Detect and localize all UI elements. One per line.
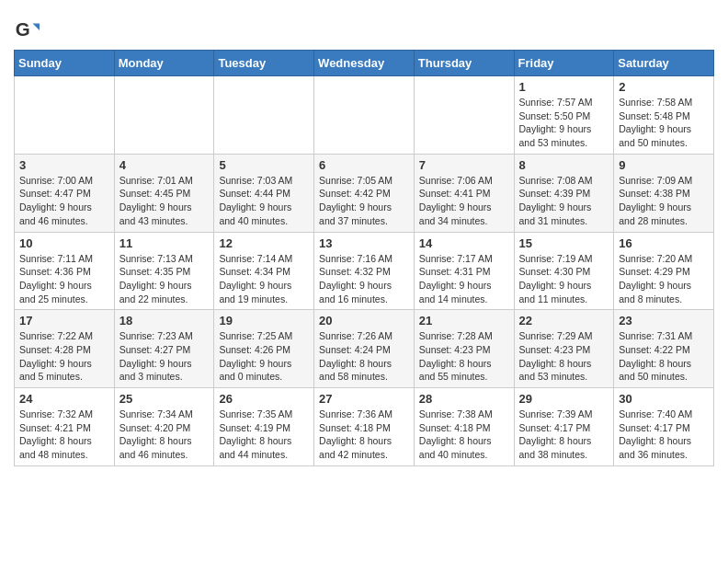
- calendar-week-0: 1Sunrise: 7:57 AMSunset: 5:50 PMDaylight…: [15, 76, 714, 155]
- calendar-cell: 19Sunrise: 7:25 AMSunset: 4:26 PMDayligh…: [214, 310, 314, 388]
- svg-text:G: G: [16, 18, 30, 40]
- day-number: 23: [619, 314, 709, 327]
- day-info: Sunrise: 7:29 AMSunset: 4:23 PMDaylight:…: [519, 329, 609, 384]
- day-info: Sunrise: 7:09 AMSunset: 4:38 PMDaylight:…: [619, 174, 709, 228]
- calendar-cell: 9Sunrise: 7:09 AMSunset: 4:38 PMDaylight…: [614, 154, 714, 232]
- day-number: 19: [219, 314, 309, 327]
- header: G: [14, 9, 714, 42]
- day-info: Sunrise: 7:17 AMSunset: 4:31 PMDaylight:…: [419, 252, 509, 306]
- calendar-cell: 13Sunrise: 7:16 AMSunset: 4:32 PMDayligh…: [314, 232, 415, 310]
- day-info: Sunrise: 7:35 AMSunset: 4:19 PMDaylight:…: [219, 408, 309, 462]
- calendar-cell: [314, 76, 415, 155]
- day-number: 2: [619, 80, 709, 94]
- day-info: Sunrise: 7:08 AMSunset: 4:39 PMDaylight:…: [519, 174, 609, 228]
- calendar-cell: 24Sunrise: 7:32 AMSunset: 4:21 PMDayligh…: [15, 388, 115, 466]
- calendar-cell: 4Sunrise: 7:01 AMSunset: 4:45 PMDaylight…: [114, 154, 214, 232]
- header-thursday: Thursday: [414, 51, 514, 76]
- calendar-cell: 29Sunrise: 7:39 AMSunset: 4:17 PMDayligh…: [514, 388, 614, 466]
- day-number: 6: [319, 158, 409, 172]
- day-info: Sunrise: 7:31 AMSunset: 4:22 PMDaylight:…: [619, 329, 709, 384]
- calendar-week-2: 10Sunrise: 7:11 AMSunset: 4:36 PMDayligh…: [15, 232, 714, 310]
- day-number: 17: [19, 314, 109, 327]
- day-info: Sunrise: 7:13 AMSunset: 4:35 PMDaylight:…: [119, 252, 210, 306]
- header-saturday: Saturday: [614, 51, 714, 76]
- day-number: 28: [419, 392, 509, 406]
- day-number: 7: [419, 158, 509, 172]
- day-info: Sunrise: 7:00 AMSunset: 4:47 PMDaylight:…: [19, 174, 109, 228]
- calendar-cell: 23Sunrise: 7:31 AMSunset: 4:22 PMDayligh…: [614, 310, 714, 388]
- day-info: Sunrise: 7:22 AMSunset: 4:28 PMDaylight:…: [19, 329, 109, 384]
- day-number: 14: [419, 236, 509, 250]
- calendar-header-row: SundayMondayTuesdayWednesdayThursdayFrid…: [15, 51, 714, 76]
- calendar-cell: 15Sunrise: 7:19 AMSunset: 4:30 PMDayligh…: [514, 232, 614, 310]
- calendar-cell: 3Sunrise: 7:00 AMSunset: 4:47 PMDaylight…: [15, 154, 115, 232]
- header-friday: Friday: [514, 51, 614, 76]
- calendar-cell: 20Sunrise: 7:26 AMSunset: 4:24 PMDayligh…: [314, 310, 415, 388]
- day-number: 20: [319, 314, 409, 327]
- day-number: 22: [519, 314, 609, 327]
- day-info: Sunrise: 7:40 AMSunset: 4:17 PMDaylight:…: [619, 408, 709, 462]
- day-info: Sunrise: 7:58 AMSunset: 5:48 PMDaylight:…: [619, 96, 709, 150]
- calendar-cell: 6Sunrise: 7:05 AMSunset: 4:42 PMDaylight…: [314, 154, 415, 232]
- day-number: 5: [219, 158, 309, 172]
- day-number: 4: [119, 158, 210, 172]
- calendar-cell: [114, 76, 214, 155]
- calendar-cell: 2Sunrise: 7:58 AMSunset: 5:48 PMDaylight…: [614, 76, 714, 155]
- day-number: 15: [519, 236, 609, 250]
- header-monday: Monday: [114, 51, 214, 76]
- day-info: Sunrise: 7:14 AMSunset: 4:34 PMDaylight:…: [219, 252, 309, 306]
- day-info: Sunrise: 7:06 AMSunset: 4:41 PMDaylight:…: [419, 174, 509, 228]
- calendar: SundayMondayTuesdayWednesdayThursdayFrid…: [14, 50, 714, 466]
- day-number: 26: [219, 392, 309, 406]
- day-number: 18: [119, 314, 210, 327]
- calendar-week-3: 17Sunrise: 7:22 AMSunset: 4:28 PMDayligh…: [15, 310, 714, 388]
- day-number: 16: [619, 236, 709, 250]
- calendar-cell: 7Sunrise: 7:06 AMSunset: 4:41 PMDaylight…: [414, 154, 514, 232]
- day-info: Sunrise: 7:26 AMSunset: 4:24 PMDaylight:…: [319, 329, 409, 384]
- day-number: 11: [119, 236, 210, 250]
- calendar-cell: [214, 76, 314, 155]
- day-info: Sunrise: 7:11 AMSunset: 4:36 PMDaylight:…: [19, 252, 109, 306]
- header-sunday: Sunday: [15, 51, 115, 76]
- calendar-cell: 11Sunrise: 7:13 AMSunset: 4:35 PMDayligh…: [114, 232, 214, 310]
- day-number: 10: [19, 236, 109, 250]
- day-number: 12: [219, 236, 309, 250]
- calendar-week-4: 24Sunrise: 7:32 AMSunset: 4:21 PMDayligh…: [15, 388, 714, 466]
- calendar-cell: 1Sunrise: 7:57 AMSunset: 5:50 PMDaylight…: [514, 76, 614, 155]
- calendar-cell: 25Sunrise: 7:34 AMSunset: 4:20 PMDayligh…: [114, 388, 214, 466]
- calendar-cell: 21Sunrise: 7:28 AMSunset: 4:23 PMDayligh…: [414, 310, 514, 388]
- calendar-cell: 30Sunrise: 7:40 AMSunset: 4:17 PMDayligh…: [614, 388, 714, 466]
- day-number: 24: [19, 392, 109, 406]
- day-info: Sunrise: 7:34 AMSunset: 4:20 PMDaylight:…: [119, 408, 210, 462]
- day-info: Sunrise: 7:20 AMSunset: 4:29 PMDaylight:…: [619, 252, 709, 306]
- day-number: 13: [319, 236, 409, 250]
- logo-icon: G: [14, 17, 40, 42]
- day-number: 25: [119, 392, 210, 406]
- day-info: Sunrise: 7:19 AMSunset: 4:30 PMDaylight:…: [519, 252, 609, 306]
- day-info: Sunrise: 7:01 AMSunset: 4:45 PMDaylight:…: [119, 174, 210, 228]
- day-number: 21: [419, 314, 509, 327]
- calendar-cell: 17Sunrise: 7:22 AMSunset: 4:28 PMDayligh…: [15, 310, 115, 388]
- calendar-cell: 27Sunrise: 7:36 AMSunset: 4:18 PMDayligh…: [314, 388, 415, 466]
- calendar-cell: 14Sunrise: 7:17 AMSunset: 4:31 PMDayligh…: [414, 232, 514, 310]
- day-number: 1: [519, 80, 609, 94]
- svg-marker-1: [33, 23, 40, 29]
- day-info: Sunrise: 7:03 AMSunset: 4:44 PMDaylight:…: [219, 174, 309, 228]
- day-number: 27: [319, 392, 409, 406]
- calendar-cell: [414, 76, 514, 155]
- calendar-cell: 10Sunrise: 7:11 AMSunset: 4:36 PMDayligh…: [15, 232, 115, 310]
- calendar-cell: 28Sunrise: 7:38 AMSunset: 4:18 PMDayligh…: [414, 388, 514, 466]
- calendar-cell: 16Sunrise: 7:20 AMSunset: 4:29 PMDayligh…: [614, 232, 714, 310]
- day-info: Sunrise: 7:25 AMSunset: 4:26 PMDaylight:…: [219, 329, 309, 384]
- day-info: Sunrise: 7:05 AMSunset: 4:42 PMDaylight:…: [319, 174, 409, 228]
- logo: G: [14, 17, 43, 42]
- day-number: 29: [519, 392, 609, 406]
- day-info: Sunrise: 7:36 AMSunset: 4:18 PMDaylight:…: [319, 408, 409, 462]
- day-number: 3: [19, 158, 109, 172]
- day-number: 9: [619, 158, 709, 172]
- day-info: Sunrise: 7:16 AMSunset: 4:32 PMDaylight:…: [319, 252, 409, 306]
- day-info: Sunrise: 7:39 AMSunset: 4:17 PMDaylight:…: [519, 408, 609, 462]
- calendar-cell: 12Sunrise: 7:14 AMSunset: 4:34 PMDayligh…: [214, 232, 314, 310]
- calendar-cell: 22Sunrise: 7:29 AMSunset: 4:23 PMDayligh…: [514, 310, 614, 388]
- calendar-cell: 5Sunrise: 7:03 AMSunset: 4:44 PMDaylight…: [214, 154, 314, 232]
